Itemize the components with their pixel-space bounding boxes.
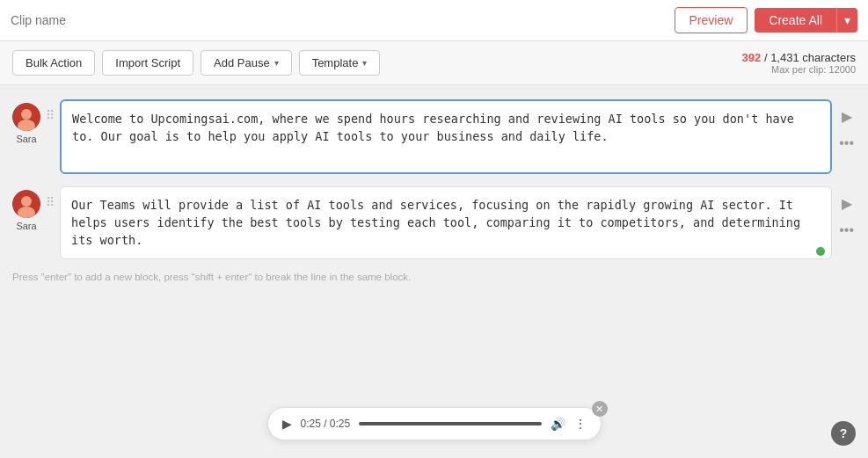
svg-point-4 xyxy=(21,196,32,207)
chevron-down-icon: ▾ xyxy=(844,13,850,27)
max-info-text: Max per clip: 12000 xyxy=(742,64,856,75)
audio-player-wrapper: ✕ ▶ 0:25 / 0:25 🔊 ⋮ xyxy=(267,407,602,440)
volume-button[interactable]: 🔊 xyxy=(551,417,565,431)
template-button[interactable]: Template ▾ xyxy=(299,50,381,76)
hint-text: Press "enter" to add a new block, press … xyxy=(12,272,856,282)
preview-button[interactable]: Preview xyxy=(675,7,748,33)
avatar xyxy=(12,190,40,218)
text-block-textarea[interactable] xyxy=(60,186,832,259)
char-count-display: 392 / 1,431 characters Max per clip: 120… xyxy=(742,51,856,75)
import-script-label: Import Script xyxy=(115,56,180,69)
more-options-button[interactable]: ••• xyxy=(837,134,856,153)
import-script-button[interactable]: Import Script xyxy=(102,50,193,76)
toolbar: Bulk Action Import Script Add Pause ▾ Te… xyxy=(0,41,868,85)
avatar-icon xyxy=(12,103,40,131)
time-display: 0:25 / 0:25 xyxy=(301,418,351,430)
svg-point-1 xyxy=(21,109,32,120)
close-player-button[interactable]: ✕ xyxy=(592,401,608,417)
avatar-icon xyxy=(12,190,40,218)
add-pause-label: Add Pause xyxy=(214,56,270,69)
speaker-info: Sara xyxy=(12,99,40,144)
more-audio-options-button[interactable]: ⋮ xyxy=(574,417,587,431)
drag-handle-icon[interactable]: ⠿ xyxy=(46,195,55,209)
block-actions: ▶ ••• xyxy=(837,106,856,153)
text-block-container xyxy=(60,186,832,263)
template-label: Template xyxy=(312,56,359,69)
play-pause-button[interactable]: ▶ xyxy=(282,417,292,431)
top-bar: Preview Create All ▾ xyxy=(0,0,868,41)
speaker-name: Sara xyxy=(16,221,36,231)
script-block: Sara ⠿ ▶ ••• xyxy=(12,99,856,178)
audio-player: ✕ ▶ 0:25 / 0:25 🔊 ⋮ xyxy=(267,407,602,440)
drag-handle-icon[interactable]: ⠿ xyxy=(46,108,55,122)
text-block-textarea[interactable] xyxy=(60,99,832,174)
play-block-button[interactable]: ▶ xyxy=(837,193,856,214)
main-content: Sara ⠿ ▶ ••• Sara ⠿ xyxy=(0,85,868,367)
speaker-name: Sara xyxy=(16,134,36,144)
chevron-down-icon: ▾ xyxy=(274,58,279,68)
bulk-action-label: Bulk Action xyxy=(26,56,82,69)
clip-name-input[interactable] xyxy=(11,13,667,27)
play-block-button[interactable]: ▶ xyxy=(837,106,856,127)
chevron-down-icon: ▾ xyxy=(362,58,367,68)
avatar xyxy=(12,103,40,131)
speaker-info: Sara xyxy=(12,186,40,231)
help-button[interactable]: ? xyxy=(831,421,856,446)
create-all-dropdown-button[interactable]: ▾ xyxy=(836,8,857,33)
total-chars-value: 1,431 xyxy=(770,51,799,64)
status-dot xyxy=(816,247,825,256)
script-block: Sara ⠿ ▶ ••• xyxy=(12,186,856,263)
progress-bar[interactable] xyxy=(359,422,541,425)
more-options-button[interactable]: ••• xyxy=(837,221,856,240)
block-actions: ▶ ••• xyxy=(837,193,856,240)
add-pause-button[interactable]: Add Pause ▾ xyxy=(201,50,292,76)
create-all-button[interactable]: Create All xyxy=(755,8,836,33)
bulk-action-button[interactable]: Bulk Action xyxy=(12,50,95,76)
chars-label: characters xyxy=(802,51,856,64)
char-count-value: 392 xyxy=(742,51,762,64)
progress-bar-fill xyxy=(359,422,541,425)
text-block-container xyxy=(60,99,832,178)
create-all-group: Create All ▾ xyxy=(755,8,857,33)
